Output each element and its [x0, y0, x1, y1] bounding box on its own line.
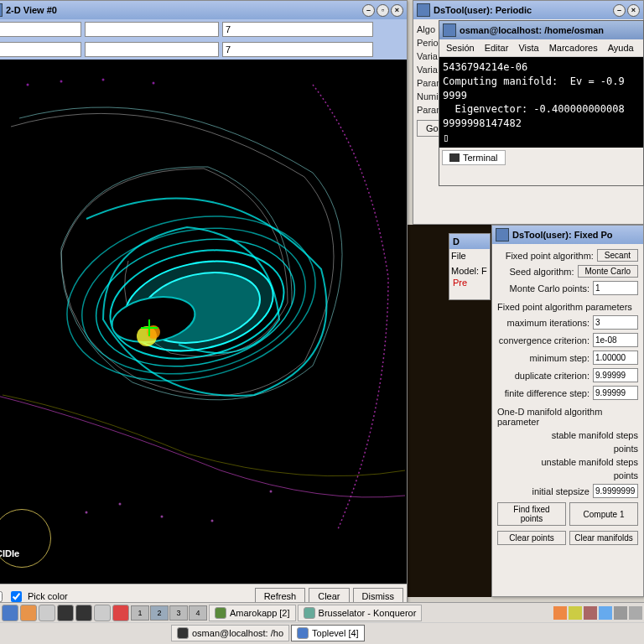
input-a2[interactable]	[85, 22, 219, 37]
input-a1[interactable]	[0, 22, 81, 37]
tray-icon-6[interactable]	[629, 606, 642, 620]
maximize-button[interactable]: ▫	[377, 4, 389, 17]
svg-point-14	[27, 84, 29, 86]
launcher-app-icon[interactable]	[39, 605, 55, 621]
find-fixed-points-button[interactable]: Find fixed points	[497, 502, 566, 526]
pager-3[interactable]: 3	[169, 605, 188, 621]
window-title: DsTool(user): Fixed Po	[512, 230, 640, 240]
menubar: Sesión Editar Vista Marcadores Ayuda	[439, 39, 643, 57]
launcher-app2-icon[interactable]	[94, 605, 111, 621]
checkbox-pick-color[interactable]	[11, 591, 22, 602]
minimize-button[interactable]: –	[362, 4, 375, 17]
min-step-label: minimum step:	[497, 353, 589, 363]
titlebar-smallpanel[interactable]: D	[449, 234, 490, 249]
clear-manifolds-button[interactable]: Clear manifolds	[569, 531, 638, 545]
pick-color-label: Pick color	[28, 591, 68, 601]
mc-points-input[interactable]	[593, 281, 638, 295]
launcher-home-icon[interactable]	[20, 605, 37, 621]
task-toplevel[interactable]: Toplevel [4]	[291, 625, 365, 641]
terminal-icon	[443, 23, 456, 37]
svg-point-16	[102, 79, 105, 81]
fd-label: finite difference step:	[497, 388, 589, 398]
pager-2[interactable]: 2	[150, 605, 169, 621]
top-inputs-row-2	[0, 39, 407, 60]
window-fixed-points: DsTool(user): Fixed Po Fixed point algor…	[491, 225, 644, 597]
max-iter-input[interactable]	[593, 315, 638, 330]
fp-algo-label: Fixed point algorithm:	[497, 251, 594, 261]
task-osman-terminal[interactable]: osman@localhost: /ho	[171, 625, 289, 641]
launcher-app3-icon[interactable]	[112, 605, 129, 621]
terminal-tab[interactable]: Terminal	[442, 150, 506, 165]
minimize-button[interactable]: –	[613, 4, 626, 17]
titlebar-periodic[interactable]: DsTool(user): Periodic – ×	[413, 1, 643, 19]
window-icon	[0, 3, 3, 17]
menu-editar[interactable]: Editar	[485, 43, 509, 53]
seed-algo-button[interactable]: Monte Carlo	[578, 265, 638, 278]
launcher-term2-icon[interactable]	[75, 605, 92, 621]
stable-label: stable manifold steps	[497, 430, 638, 440]
konqueror-icon	[304, 607, 315, 619]
svg-point-15	[60, 80, 63, 83]
task-toplevel-label: Toplevel [4]	[312, 628, 359, 638]
checkbox-s[interactable]	[0, 591, 3, 602]
tray-icon-1[interactable]	[553, 606, 567, 620]
menu-vista[interactable]: Vista	[518, 43, 538, 53]
mc-points-label: Monte Carlo points:	[497, 283, 589, 293]
amarok-icon	[215, 607, 226, 619]
menu-ayuda[interactable]: Ayuda	[608, 43, 634, 53]
tray-icon-4[interactable]	[599, 606, 612, 620]
smallpanel-title: D	[453, 236, 486, 247]
plot-svg	[0, 60, 407, 584]
launcher-kmenu-icon[interactable]	[2, 605, 18, 621]
init-step-input[interactable]	[593, 484, 638, 498]
input-a3[interactable]	[222, 22, 373, 37]
pager: 1 2 3 4	[131, 605, 207, 621]
tray-icon-3[interactable]	[584, 606, 597, 620]
lbl-varia2: Varia	[417, 65, 438, 75]
menu-file[interactable]: File	[451, 251, 488, 261]
fd-input[interactable]	[593, 386, 638, 400]
window-2d-view: 2-D View #0 – ▫ ×	[0, 0, 408, 604]
titlebar-2d-view[interactable]: 2-D View #0 – ▫ ×	[0, 1, 407, 19]
points2-label: points	[497, 470, 638, 480]
lbl-varia1: Varia	[417, 51, 438, 61]
unstable-label: unstable manifold steps	[497, 457, 638, 467]
launcher-konsole-icon[interactable]	[57, 605, 74, 621]
dup-input[interactable]	[593, 368, 638, 382]
compute-button[interactable]: Compute 1	[569, 502, 638, 526]
dup-label: duplicate criterion:	[497, 371, 589, 381]
titlebar-terminal[interactable]: osman@localhost: /home/osman	[439, 21, 643, 39]
conv-input[interactable]	[593, 333, 638, 347]
window-title: osman@localhost: /home/osman	[460, 25, 640, 35]
close-button[interactable]: ×	[627, 4, 640, 17]
fp-algo-button[interactable]: Secant	[597, 249, 638, 262]
window-smallpanel: D File Model: F Pre	[449, 233, 491, 300]
plot-canvas[interactable]: CIDIe	[0, 60, 407, 584]
link-pre[interactable]: Pre	[451, 276, 488, 289]
tray-volume-icon[interactable]	[614, 606, 627, 620]
tray-icon-2[interactable]	[569, 606, 582, 620]
task-brusselator[interactable]: Brusselator - Konqueror	[298, 605, 423, 621]
min-step-input[interactable]	[593, 351, 638, 365]
svg-point-17	[153, 82, 155, 85]
terminal-task-icon	[177, 627, 189, 639]
input-b2[interactable]	[85, 42, 219, 57]
fp-params-header: Fixed point algorithm parameters	[497, 297, 638, 314]
window-icon	[417, 3, 430, 17]
menu-sesion[interactable]: Sesión	[446, 43, 475, 53]
pager-4[interactable]: 4	[189, 605, 207, 621]
points1-label: points	[497, 444, 638, 454]
svg-point-13	[270, 491, 273, 493]
window-title: DsTool(user): Periodic	[434, 5, 611, 15]
input-b3[interactable]	[222, 42, 373, 57]
close-button[interactable]: ×	[391, 4, 403, 17]
menu-marcadores[interactable]: Marcadores	[549, 43, 598, 53]
titlebar-fixedpt[interactable]: DsTool(user): Fixed Po	[492, 226, 643, 244]
task-osman-label: osman@localhost: /ho	[192, 628, 283, 638]
clear-points-button[interactable]: Clear points	[497, 531, 566, 545]
terminal-output[interactable]: 5436794214e-06 Computing manifold: Ev = …	[439, 57, 643, 148]
task-amarok[interactable]: Amarokapp [2]	[209, 605, 296, 621]
input-b1[interactable]	[0, 42, 81, 57]
lbl-perio: Perio	[417, 38, 439, 48]
pager-1[interactable]: 1	[131, 605, 149, 621]
